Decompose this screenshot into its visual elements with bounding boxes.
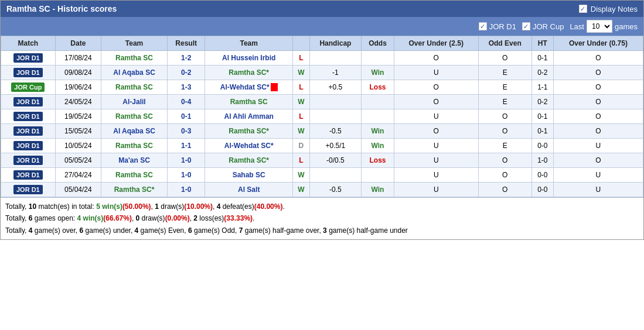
cell-team1: Ramtha SC* xyxy=(101,183,167,197)
cell-ou075: O xyxy=(553,51,643,66)
jorcup-filter[interactable]: ✓ JOR Cup xyxy=(522,22,564,31)
footer-line1: Totally, 10 match(es) in total: 5 win(s)… xyxy=(5,201,639,212)
col-outcome xyxy=(293,36,310,51)
cell-handicap xyxy=(309,168,361,183)
cell-ou075: O xyxy=(553,109,643,124)
cell-competition: JOR D1 xyxy=(1,139,56,153)
cell-ou075: O xyxy=(553,80,643,95)
cell-ht: 0-1 xyxy=(531,51,553,66)
cell-odds: Win xyxy=(362,66,394,80)
cell-ht: 0-2 xyxy=(531,66,553,80)
cell-oe: E xyxy=(478,80,531,95)
table-row: JOR D1 05/05/24 Ma'an SC 1-0 Ramtha SC* … xyxy=(1,153,643,168)
cell-competition: JOR D1 xyxy=(1,51,56,66)
cell-date: 05/04/24 xyxy=(55,183,101,197)
table-body: JOR D1 17/08/24 Ramtha SC 1-2 Al Hussein… xyxy=(1,51,643,197)
cell-result[interactable]: 1-0 xyxy=(168,153,205,168)
cell-odds xyxy=(362,109,394,124)
cell-ou25: O xyxy=(394,124,478,139)
jord1-filter[interactable]: ✓ JOR D1 xyxy=(479,22,516,31)
cell-result[interactable]: 1-0 xyxy=(168,183,205,197)
cell-odds: Win xyxy=(362,124,394,139)
table-row: JOR D1 10/05/24 Ramtha SC 1-1 Al-Wehdat … xyxy=(1,139,643,153)
jorcup-checkbox[interactable]: ✓ xyxy=(522,22,530,30)
col-oe: Odd Even xyxy=(478,36,531,51)
cell-date: 19/05/24 xyxy=(55,109,101,124)
cell-result[interactable]: 1-3 xyxy=(168,80,205,95)
cell-handicap: +0.5 xyxy=(309,80,361,95)
main-container: Ramtha SC - Historic scores ✓ Display No… xyxy=(0,0,644,240)
col-handicap: Handicap xyxy=(309,36,361,51)
cell-team2: Ramtha SC* xyxy=(205,66,293,80)
cell-result[interactable]: 0-2 xyxy=(168,66,205,80)
cell-date: 24/05/24 xyxy=(55,95,101,109)
table-row: JOR D1 19/05/24 Ramtha SC 0-1 Al Ahli Am… xyxy=(1,109,643,124)
cell-odds xyxy=(362,168,394,183)
cell-outcome: W xyxy=(293,124,310,139)
cell-date: 15/05/24 xyxy=(55,124,101,139)
cell-oe: E xyxy=(478,66,531,80)
cell-result[interactable]: 0-3 xyxy=(168,124,205,139)
cell-ou075: U xyxy=(553,168,643,183)
cell-oe: E xyxy=(478,95,531,109)
display-notes-checkbox[interactable]: ✓ xyxy=(579,5,587,13)
cell-ou25: O xyxy=(394,51,478,66)
cell-ou075: O xyxy=(553,153,643,168)
red-card-icon xyxy=(271,83,278,91)
cell-team2: Al Ahli Amman xyxy=(205,109,293,124)
cell-competition: JOR D1 xyxy=(1,95,56,109)
last-games-select[interactable]: 5 10 15 20 All xyxy=(587,20,612,33)
table-row: JOR Cup 19/06/24 Ramtha SC 1-3 Al-Wehdat… xyxy=(1,80,643,95)
cell-competition: JOR D1 xyxy=(1,124,56,139)
cell-outcome: W xyxy=(293,168,310,183)
cell-odds: Win xyxy=(362,183,394,197)
filter-bar: ✓ JOR D1 ✓ JOR Cup Last 5 10 15 20 All g… xyxy=(1,17,643,36)
footer: Totally, 10 match(es) in total: 5 win(s)… xyxy=(1,197,643,239)
page-title: Ramtha SC - Historic scores xyxy=(6,4,117,13)
cell-ht: 0-1 xyxy=(531,109,553,124)
cell-team1: Ramtha SC xyxy=(101,51,167,66)
cell-ht: 0-1 xyxy=(531,124,553,139)
cell-team2: Ramtha SC xyxy=(205,95,293,109)
cell-result[interactable]: 1-0 xyxy=(168,168,205,183)
cell-handicap: -0.5 xyxy=(309,183,361,197)
table-row: JOR D1 15/05/24 Al Aqaba SC 0-3 Ramtha S… xyxy=(1,124,643,139)
cell-outcome: W xyxy=(293,95,310,109)
scores-table: Match Date Team Result Team Handicap Odd… xyxy=(1,36,643,197)
last-filter: Last 5 10 15 20 All games xyxy=(570,20,638,33)
cell-result[interactable]: 1-2 xyxy=(168,51,205,66)
cell-competition: JOR D1 xyxy=(1,168,56,183)
cell-ou25: U xyxy=(394,139,478,153)
cell-oe: O xyxy=(478,124,531,139)
cell-result[interactable]: 0-4 xyxy=(168,95,205,109)
cell-oe: E xyxy=(478,139,531,153)
cell-outcome: L xyxy=(293,51,310,66)
cell-result[interactable]: 0-1 xyxy=(168,109,205,124)
jord1-checkbox[interactable]: ✓ xyxy=(479,22,487,30)
col-team2: Team xyxy=(205,36,293,51)
cell-outcome: W xyxy=(293,66,310,80)
cell-team2: Al-Wehdat SC* xyxy=(205,139,293,153)
cell-team2: Sahab SC xyxy=(205,168,293,183)
col-ht: HT xyxy=(531,36,553,51)
footer-line3: Totally, 4 game(s) over, 6 game(s) under… xyxy=(5,225,639,236)
table-row: JOR D1 05/04/24 Ramtha SC* 1-0 Al Salt W… xyxy=(1,183,643,197)
cell-team2: Ramtha SC* xyxy=(205,124,293,139)
cell-competition: JOR D1 xyxy=(1,66,56,80)
cell-result[interactable]: 1-1 xyxy=(168,139,205,153)
cell-outcome: D xyxy=(293,139,310,153)
col-result: Result xyxy=(168,36,205,51)
col-date: Date xyxy=(55,36,101,51)
col-ou075: Over Under (0.75) xyxy=(553,36,643,51)
cell-odds xyxy=(362,95,394,109)
cell-oe: O xyxy=(478,109,531,124)
cell-ou075: O xyxy=(553,124,643,139)
header-controls: ✓ Display Notes xyxy=(579,5,638,13)
cell-ht: 0-0 xyxy=(531,139,553,153)
cell-competition: JOR Cup xyxy=(1,80,56,95)
table-row: JOR D1 17/08/24 Ramtha SC 1-2 Al Hussein… xyxy=(1,51,643,66)
table-row: JOR D1 09/08/24 Al Aqaba SC 0-2 Ramtha S… xyxy=(1,66,643,80)
cell-ou075: U xyxy=(553,183,643,197)
cell-ht: 0-0 xyxy=(531,168,553,183)
cell-odds: Loss xyxy=(362,153,394,168)
